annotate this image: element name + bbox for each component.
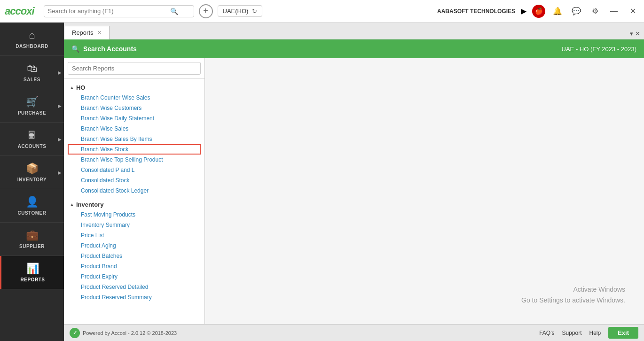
list-item[interactable]: Product Brand bbox=[68, 261, 201, 271]
reports-search-input[interactable] bbox=[68, 62, 201, 75]
tab-bar-right: ▾ ✕ bbox=[630, 30, 644, 39]
bottom-bar: ✓ Powered by Accoxi - 2.0.12 © 2018-2023… bbox=[64, 324, 644, 341]
reports-body: ▲ HO Branch Counter Wise Sales Branch Wi… bbox=[64, 58, 644, 324]
content-area: Reports ✕ ▾ ✕ 🔍 Search Accounts UAE - HO… bbox=[64, 23, 644, 341]
purchase-icon: 🛒 bbox=[26, 96, 39, 108]
list-item[interactable]: Branch Wise Sales By Items bbox=[68, 134, 201, 144]
tab-bar: Reports ✕ ▾ ✕ bbox=[64, 23, 644, 39]
reports-icon: 📊 bbox=[26, 263, 39, 275]
reports-search[interactable] bbox=[64, 58, 204, 79]
window-close-button[interactable]: ✕ bbox=[626, 5, 639, 18]
customer-icon: 👤 bbox=[26, 196, 39, 208]
main-layout: ⌂ DASHBOARD 🛍 SALES ▶ 🛒 PURCHASE ▶ 🖩 ACC… bbox=[0, 23, 644, 341]
notifications-button[interactable]: 🔔 bbox=[551, 5, 564, 18]
sidebar-label-reports: REPORTS bbox=[21, 277, 45, 282]
list-item[interactable]: Consolidated Stock Ledger bbox=[68, 186, 201, 196]
list-item[interactable]: Product Reserved Summary bbox=[68, 292, 201, 302]
sidebar-label-customer: CUSTOMER bbox=[17, 210, 46, 216]
list-item[interactable]: Consolidated P and L bbox=[68, 165, 201, 175]
powered-by-text: Powered by Accoxi - 2.0.12 © 2018-2023 bbox=[83, 330, 177, 336]
sidebar-item-supplier[interactable]: 💼 SUPPLIER bbox=[0, 223, 64, 256]
list-item[interactable]: Product Batches bbox=[68, 251, 201, 261]
collapse-icon: ▲ bbox=[70, 202, 74, 207]
reports-tree: ▲ HO Branch Counter Wise Sales Branch Wi… bbox=[64, 79, 204, 324]
tree-section-inventory: ▲ Inventory Fast Moving Products Invento… bbox=[64, 198, 204, 304]
list-item[interactable]: Branch Counter Wise Sales bbox=[68, 93, 201, 103]
minimize-button[interactable]: — bbox=[607, 5, 620, 18]
list-item[interactable]: Price List bbox=[68, 230, 201, 240]
chat-button[interactable]: 💬 bbox=[570, 5, 583, 18]
settings-button[interactable]: ⚙ bbox=[589, 5, 602, 18]
chevron-right-icon: ▶ bbox=[58, 137, 62, 142]
list-item[interactable]: Product Reserved Detailed bbox=[68, 282, 201, 292]
support-link[interactable]: Support bbox=[562, 330, 581, 336]
sidebar-label-sales: SALES bbox=[24, 77, 40, 82]
supplier-icon: 💼 bbox=[26, 229, 39, 241]
expand-icon: ▶ bbox=[521, 7, 526, 16]
sidebar: ⌂ DASHBOARD 🛍 SALES ▶ 🛒 PURCHASE ▶ 🖩 ACC… bbox=[0, 23, 64, 341]
sidebar-item-accounts[interactable]: 🖩 ACCOUNTS ▶ bbox=[0, 123, 64, 156]
chevron-right-icon: ▶ bbox=[58, 70, 62, 75]
reports-list-panel: ▲ HO Branch Counter Wise Sales Branch Wi… bbox=[64, 58, 205, 324]
tree-section-ho: ▲ HO Branch Counter Wise Sales Branch Wi… bbox=[64, 81, 204, 198]
refresh-icon[interactable]: ↻ bbox=[252, 8, 257, 15]
faq-link[interactable]: FAQ's bbox=[539, 330, 554, 336]
sidebar-label-inventory: INVENTORY bbox=[17, 177, 47, 182]
sidebar-item-purchase[interactable]: 🛒 PURCHASE ▶ bbox=[0, 89, 64, 123]
app-icon-red: 🍎 bbox=[532, 5, 545, 18]
app-logo: accoxi bbox=[5, 5, 34, 17]
tab-reports[interactable]: Reports ✕ bbox=[64, 26, 110, 39]
top-right-actions: AABASOFT TECHNOLOGIES ▶ 🍎 🔔 💬 ⚙ — ✕ bbox=[437, 5, 639, 18]
search-icon: 🔍 bbox=[170, 8, 178, 15]
add-button[interactable]: + bbox=[199, 4, 213, 18]
dashboard-icon: ⌂ bbox=[29, 29, 35, 41]
green-header: 🔍 Search Accounts UAE - HO (FY 2023 - 20… bbox=[64, 39, 644, 58]
sidebar-label-accounts: ACCOUNTS bbox=[18, 144, 47, 149]
top-bar: accoxi 🔍 + UAE(HO) ↻ AABASOFT TECHNOLOGI… bbox=[0, 0, 644, 23]
sidebar-item-inventory[interactable]: 📦 INVENTORY ▶ bbox=[0, 156, 64, 189]
list-item-branch-wise-stock[interactable]: Branch Wise Stock bbox=[68, 144, 201, 155]
tab-label: Reports bbox=[72, 29, 94, 36]
accounts-icon: 🖩 bbox=[27, 129, 37, 141]
branch-selector[interactable]: UAE(HO) ↻ bbox=[218, 5, 263, 17]
list-item[interactable]: Consolidated Stock bbox=[68, 175, 201, 186]
list-item[interactable]: Branch Wise Sales bbox=[68, 124, 201, 134]
list-item[interactable]: Fast Moving Products bbox=[68, 209, 201, 220]
sales-icon: 🛍 bbox=[27, 62, 37, 75]
chevron-right-icon: ▶ bbox=[58, 103, 62, 108]
reports-content: Activate Windows Go to Settings to activ… bbox=[205, 58, 644, 324]
accoxi-logo-icon: ✓ bbox=[70, 328, 80, 338]
chevron-right-icon: ▶ bbox=[58, 170, 62, 175]
list-item[interactable]: Branch Wise Customers bbox=[68, 103, 201, 113]
company-name: AABASOFT TECHNOLOGIES bbox=[437, 8, 515, 15]
header-title: UAE - HO (FY 2023 - 2023) bbox=[562, 46, 636, 53]
sidebar-item-sales[interactable]: 🛍 SALES ▶ bbox=[0, 56, 64, 89]
global-search-input[interactable] bbox=[48, 8, 170, 15]
activate-windows-watermark: Activate Windows Go to Settings to activ… bbox=[521, 284, 625, 305]
branch-label: UAE(HO) bbox=[223, 8, 249, 15]
sidebar-label-dashboard: DASHBOARD bbox=[16, 44, 48, 49]
list-item[interactable]: Product Aging bbox=[68, 240, 201, 251]
bottom-logo: ✓ Powered by Accoxi - 2.0.12 © 2018-2023 bbox=[70, 328, 177, 338]
tab-close-all-button[interactable]: ✕ bbox=[635, 30, 640, 37]
search-icon: 🔍 bbox=[71, 45, 79, 53]
help-link[interactable]: Help bbox=[589, 330, 601, 336]
sidebar-item-dashboard[interactable]: ⌂ DASHBOARD bbox=[0, 23, 64, 56]
sidebar-item-reports[interactable]: 📊 REPORTS bbox=[0, 256, 64, 289]
search-accounts-label: 🔍 Search Accounts bbox=[71, 45, 137, 53]
sidebar-label-purchase: PURCHASE bbox=[18, 110, 46, 116]
collapse-icon: ▲ bbox=[70, 85, 74, 90]
list-item[interactable]: Product Expiry bbox=[68, 271, 201, 282]
global-search-bar[interactable]: 🔍 bbox=[44, 5, 194, 17]
bottom-right-links: FAQ's Support Help Exit bbox=[539, 327, 638, 339]
list-item[interactable]: Inventory Summary bbox=[68, 220, 201, 230]
inventory-icon: 📦 bbox=[26, 163, 39, 175]
tree-section-header-inventory[interactable]: ▲ Inventory bbox=[68, 200, 201, 209]
tree-section-header-ho[interactable]: ▲ HO bbox=[68, 83, 201, 93]
list-item[interactable]: Branch Wise Top Selling Product bbox=[68, 155, 201, 165]
tab-dropdown-button[interactable]: ▾ bbox=[630, 30, 633, 37]
sidebar-item-customer[interactable]: 👤 CUSTOMER bbox=[0, 189, 64, 223]
exit-button[interactable]: Exit bbox=[608, 327, 638, 339]
list-item[interactable]: Branch Wise Daily Statement bbox=[68, 113, 201, 124]
tab-close-icon[interactable]: ✕ bbox=[97, 30, 102, 36]
